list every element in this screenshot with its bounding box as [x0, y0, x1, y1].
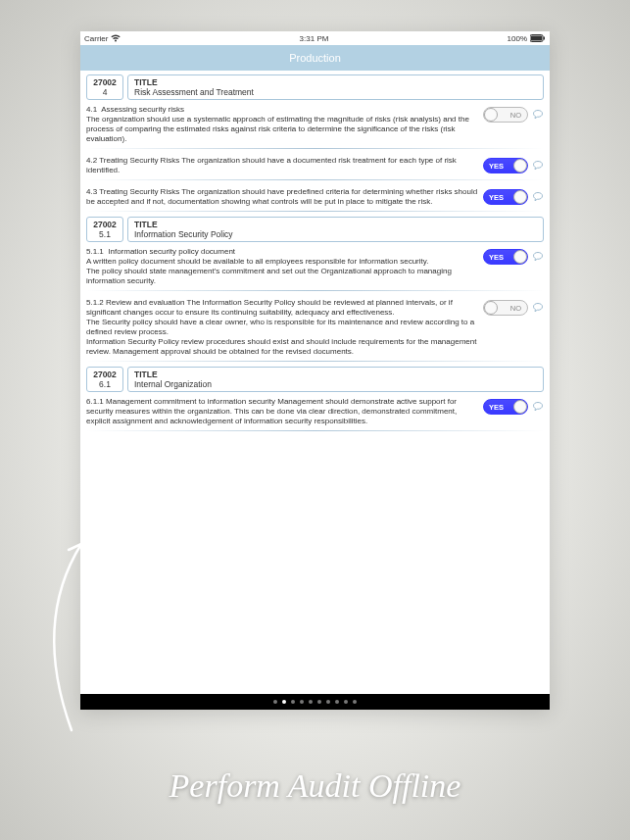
item-name: Information security policy document	[108, 247, 235, 256]
compliance-toggle[interactable]: YES	[483, 189, 528, 205]
audit-item: 5.1.1 Information security policy docume…	[86, 245, 544, 287]
audit-item: 5.1.2 Review and evaluation The Informat…	[86, 296, 544, 358]
svg-rect-2	[544, 37, 546, 40]
item-text: 4.1 Assessing security risksThe organiza…	[86, 105, 479, 144]
toggle-knob	[484, 108, 498, 122]
toggle-label: YES	[489, 403, 504, 412]
battery-icon	[530, 34, 546, 42]
divider	[86, 179, 544, 180]
section-title: Internal Organization	[134, 379, 537, 389]
section-number: 5.1	[91, 229, 119, 239]
item-number: 4.1	[86, 105, 97, 114]
audit-item: 4.3 Treating Security Risks The organiza…	[86, 185, 544, 208]
marketing-caption: Perform Audit Offline	[0, 767, 630, 805]
item-number: 6.1.1	[86, 397, 104, 406]
toggle-knob	[513, 400, 527, 414]
page-dot[interactable]	[300, 700, 304, 704]
item-text: 6.1.1 Management commitment to informati…	[86, 397, 479, 426]
comment-icon[interactable]	[532, 251, 544, 263]
compliance-toggle[interactable]: NO	[483, 300, 528, 316]
page-dot[interactable]	[353, 700, 357, 704]
page-dot[interactable]	[317, 700, 321, 704]
page-dots[interactable]	[80, 694, 550, 710]
audit-item: 6.1.1 Management commitment to informati…	[86, 395, 544, 427]
item-name: Treating Security Risks	[99, 156, 179, 165]
standard-code: 27002	[91, 370, 119, 379]
divider	[86, 361, 544, 362]
item-number: 5.1.1	[86, 247, 104, 256]
status-bar: Carrier 3:31 PM 100%	[80, 31, 550, 45]
page-dot[interactable]	[282, 700, 286, 704]
section-title-box: TITLEInformation Security Policy	[127, 217, 544, 242]
compliance-toggle[interactable]: YES	[483, 399, 528, 415]
standard-code-box: 270026.1	[86, 367, 123, 392]
toggle-label: YES	[489, 193, 504, 202]
content-scroll[interactable]: 270024TITLERisk Assessment and Treatment…	[80, 71, 550, 694]
section-header: 270026.1TITLEInternal Organization	[86, 367, 544, 392]
divider	[86, 430, 544, 431]
comment-icon[interactable]	[532, 160, 544, 172]
page-dot[interactable]	[344, 700, 348, 704]
item-number: 4.2	[86, 156, 97, 165]
audit-item: 4.2 Treating Security Risks The organiza…	[86, 154, 544, 176]
item-text: 5.1.1 Information security policy docume…	[86, 247, 479, 286]
item-name: Management commitment to information sec…	[106, 397, 275, 406]
item-text: 5.1.2 Review and evaluation The Informat…	[86, 298, 479, 357]
title-label: TITLE	[134, 220, 537, 229]
standard-code: 27002	[91, 77, 119, 87]
title-label: TITLE	[134, 370, 537, 379]
standard-code-box: 270025.1	[86, 217, 123, 242]
item-desc: A written policy document should be avai…	[86, 257, 479, 286]
page-dot[interactable]	[326, 700, 330, 704]
audit-item: 4.1 Assessing security risksThe organiza…	[86, 103, 544, 145]
standard-code-box: 270024	[86, 74, 123, 100]
nav-bar: Production	[80, 45, 550, 71]
page-dot[interactable]	[291, 700, 295, 704]
section-number: 6.1	[91, 379, 119, 389]
toggle-knob	[513, 159, 527, 173]
section-title: Risk Assessment and Treatment	[134, 87, 537, 97]
section-title-box: TITLEInternal Organization	[127, 367, 544, 392]
divider	[86, 211, 544, 212]
toggle-knob	[513, 250, 527, 264]
section-number: 4	[91, 87, 119, 97]
item-number: 5.1.2	[86, 298, 104, 307]
item-text: 4.3 Treating Security Risks The organiza…	[86, 187, 479, 207]
item-name: Treating Security Risks	[99, 187, 179, 196]
divider	[86, 148, 544, 149]
toggle-label: NO	[510, 304, 521, 313]
clock: 3:31 PM	[300, 34, 329, 43]
toggle-knob	[513, 190, 527, 204]
section-header: 270024TITLERisk Assessment and Treatment	[86, 74, 544, 100]
page-dot[interactable]	[335, 700, 339, 704]
page-dot[interactable]	[309, 700, 313, 704]
page-dot[interactable]	[273, 700, 277, 704]
item-name: Review and evaluation	[106, 298, 185, 307]
standard-code: 27002	[91, 220, 119, 229]
item-text: 4.2 Treating Security Risks The organiza…	[86, 156, 479, 175]
divider	[86, 290, 544, 291]
toggle-label: YES	[489, 162, 504, 171]
section-title: Information Security Policy	[134, 229, 537, 239]
device-frame: Carrier 3:31 PM 100% Production 270024TI…	[80, 31, 550, 710]
comment-icon[interactable]	[532, 109, 544, 121]
compliance-toggle[interactable]: YES	[483, 158, 528, 173]
toggle-label: NO	[510, 111, 521, 120]
item-name: Assessing security risks	[101, 105, 184, 114]
carrier-label: Carrier	[84, 34, 108, 43]
compliance-toggle[interactable]: NO	[483, 107, 528, 123]
section-header: 270025.1TITLEInformation Security Policy	[86, 217, 544, 242]
comment-icon[interactable]	[532, 401, 544, 413]
toggle-label: YES	[489, 253, 504, 262]
wifi-icon	[111, 34, 121, 42]
title-label: TITLE	[134, 77, 537, 87]
comment-icon[interactable]	[532, 191, 544, 203]
svg-rect-1	[531, 36, 542, 41]
toggle-knob	[484, 301, 498, 315]
page-title: Production	[289, 52, 341, 64]
item-desc: The organization should use a systematic…	[86, 115, 479, 144]
item-number: 4.3	[86, 187, 97, 196]
compliance-toggle[interactable]: YES	[483, 249, 528, 265]
section-title-box: TITLERisk Assessment and Treatment	[127, 74, 544, 100]
comment-icon[interactable]	[532, 302, 544, 314]
